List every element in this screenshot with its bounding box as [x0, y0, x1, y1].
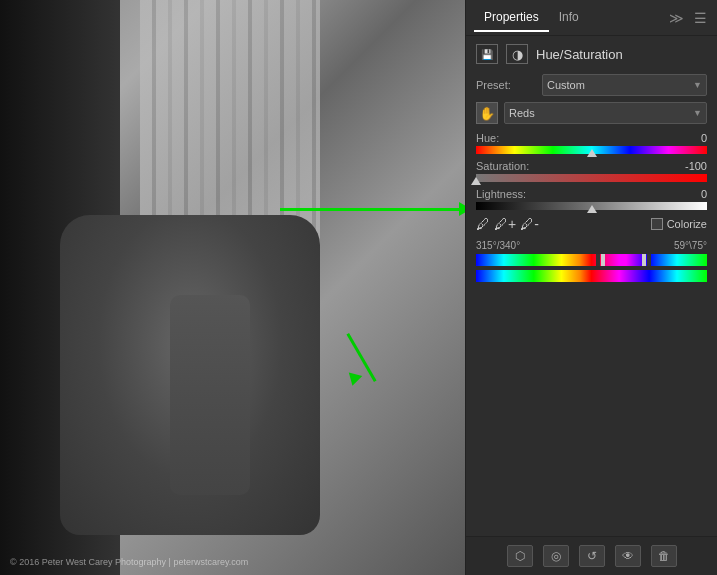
trash-icon: 🗑 — [658, 549, 670, 563]
range-handle-right-inner[interactable] — [642, 254, 646, 266]
preset-row: Preset: Custom ▼ — [476, 74, 707, 96]
bottom-toolbar: ⬡ ◎ ↺ 👁 🗑 — [466, 536, 717, 575]
eyedropper-add-icon[interactable]: 🖊+ — [494, 216, 516, 232]
smart-object-button[interactable]: ◎ — [543, 545, 569, 567]
smart-object-icon: ◎ — [551, 549, 561, 563]
reset-icon: ↺ — [587, 549, 597, 563]
hue-section: Hue: 0 — [476, 132, 707, 154]
hue-slider-track[interactable] — [476, 146, 707, 154]
range-handle-left-outer[interactable] — [596, 254, 600, 266]
saturation-section: Saturation: -100 — [476, 160, 707, 182]
channel-value: Reds — [509, 107, 535, 119]
panel-content: 💾 ◑ Hue/Saturation Preset: Custom ▼ ✋ Re… — [466, 36, 717, 294]
range-handle-right-outer[interactable] — [647, 254, 651, 266]
preset-dropdown-arrow: ▼ — [693, 80, 702, 90]
tab-icons: ≫ ☰ — [667, 8, 709, 28]
lightness-slider-thumb[interactable] — [587, 205, 597, 213]
tab-info[interactable]: Info — [549, 4, 589, 32]
lightness-slider-track[interactable] — [476, 202, 707, 210]
lightness-label: Lightness: — [476, 188, 526, 200]
colorize-checkbox[interactable] — [651, 218, 663, 230]
channel-dropdown[interactable]: Reds ▼ — [504, 102, 707, 124]
delete-button[interactable]: 🗑 — [651, 545, 677, 567]
photo-backpack-strap — [170, 295, 250, 495]
properties-panel: Properties Info ≫ ☰ 💾 ◑ Hue/Saturation P… — [465, 0, 717, 575]
circle-half-icon: ◑ — [512, 47, 523, 62]
clip-icon: ⬡ — [515, 549, 525, 563]
saturation-slider-track[interactable] — [476, 174, 707, 182]
eye-icon: 👁 — [622, 549, 634, 563]
saturation-slider-thumb[interactable] — [471, 177, 481, 185]
channel-dropdown-arrow: ▼ — [693, 108, 702, 118]
preset-value: Custom — [547, 79, 585, 91]
preset-label: Preset: — [476, 79, 536, 91]
clip-to-layer-button[interactable]: ⬡ — [507, 545, 533, 567]
panel-header: 💾 ◑ Hue/Saturation — [476, 44, 707, 64]
floppy-icon: 💾 — [481, 49, 493, 60]
green-arrow-main — [280, 208, 465, 211]
lightness-label-row: Lightness: 0 — [476, 188, 707, 200]
eyedropper-sub-icon[interactable]: 🖊- — [520, 216, 539, 232]
saturation-label: Saturation: — [476, 160, 529, 172]
lightness-section: Lightness: 0 — [476, 188, 707, 210]
hand-tool-icon[interactable]: ✋ — [476, 102, 498, 124]
tab-bar: Properties Info ≫ ☰ — [466, 0, 717, 36]
tab-properties[interactable]: Properties — [474, 4, 549, 32]
color-bar-top[interactable] — [476, 254, 707, 266]
hand-icon-symbol: ✋ — [479, 106, 495, 121]
hue-label: Hue: — [476, 132, 499, 144]
range-values-row: 315°/340° 59°\75° — [476, 240, 707, 251]
channel-row: ✋ Reds ▼ — [476, 102, 707, 124]
hue-value: 0 — [677, 132, 707, 144]
preset-dropdown[interactable]: Custom ▼ — [542, 74, 707, 96]
saturation-label-row: Saturation: -100 — [476, 160, 707, 172]
lightness-value: 0 — [677, 188, 707, 200]
visibility-button[interactable]: 👁 — [615, 545, 641, 567]
panel-title: Hue/Saturation — [536, 47, 623, 62]
save-layer-icon[interactable]: 💾 — [476, 44, 498, 64]
eyedropper-colorize-row: 🖊 🖊+ 🖊- Colorize — [476, 216, 707, 232]
range-handle-left-inner[interactable] — [601, 254, 605, 266]
panel-options-icon[interactable]: ☰ — [692, 8, 709, 28]
saturation-value: -100 — [677, 160, 707, 172]
panel-spacer — [466, 294, 717, 536]
photo-area: © 2016 Peter West Carey Photography | pe… — [0, 0, 465, 575]
hue-slider-thumb[interactable] — [587, 149, 597, 157]
range-left: 315°/340° — [476, 240, 520, 251]
range-right: 59°\75° — [674, 240, 707, 251]
panel-menu-icon[interactable]: ≫ — [667, 8, 686, 28]
eyedropper-icon-1[interactable]: 🖊 — [476, 216, 490, 232]
colorize-label: Colorize — [667, 218, 707, 230]
photo-watermark: © 2016 Peter West Carey Photography | pe… — [10, 557, 248, 567]
color-bar-top-container — [476, 254, 707, 266]
layer-visibility-icon[interactable]: ◑ — [506, 44, 528, 64]
photo-background — [0, 0, 465, 575]
hue-label-row: Hue: 0 — [476, 132, 707, 144]
color-bar-bottom[interactable] — [476, 270, 707, 282]
reset-button[interactable]: ↺ — [579, 545, 605, 567]
